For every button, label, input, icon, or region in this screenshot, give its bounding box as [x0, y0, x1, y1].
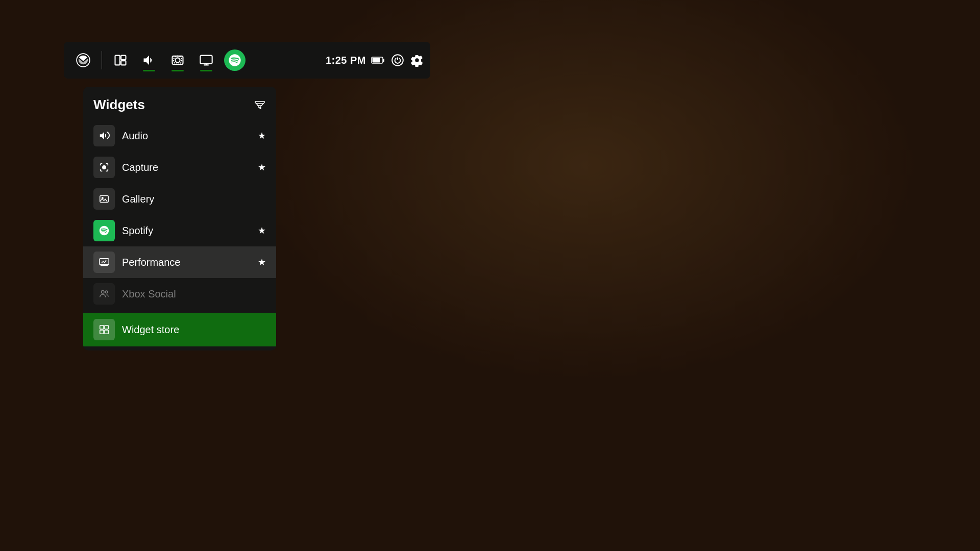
spotify-nav-icon — [228, 53, 242, 67]
widget-item-performance[interactable]: Performance ★ — [83, 246, 276, 278]
svg-rect-18 — [100, 259, 109, 265]
capture-icon-wrap — [93, 157, 115, 178]
widget-store-icon-wrap — [93, 319, 115, 340]
svg-rect-10 — [373, 58, 380, 63]
audio-nav-icon — [142, 53, 156, 67]
gallery-icon — [99, 193, 110, 205]
xbox-social-icon — [99, 288, 110, 299]
spotify-label: Spotify — [122, 225, 258, 237]
audio-icon — [99, 130, 110, 141]
svg-point-17 — [102, 197, 103, 199]
performance-label: Performance — [122, 257, 258, 268]
widgets-list: Audio ★ Capture ★ Gallery — [83, 120, 276, 310]
svg-rect-21 — [100, 325, 104, 329]
svg-rect-22 — [105, 325, 108, 329]
time-status-section: 1:25 PM — [326, 53, 424, 67]
audio-star[interactable]: ★ — [258, 130, 266, 141]
performance-icon-wrap — [93, 252, 115, 273]
svg-point-15 — [103, 166, 106, 169]
spotify-star[interactable]: ★ — [258, 225, 266, 236]
top-navigation-bar: 1:25 PM — [64, 42, 430, 79]
spotify-nav-button[interactable] — [222, 47, 248, 73]
tv-icon — [199, 53, 213, 67]
audio-icon-wrap — [93, 125, 115, 146]
svg-point-4 — [175, 58, 180, 62]
battery-status — [371, 53, 385, 67]
widgets-panel: Widgets Audio ★ — [83, 87, 276, 350]
capture-nav-icon — [170, 53, 185, 67]
nav-divider — [102, 51, 102, 69]
widget-item-gallery[interactable]: Gallery — [83, 183, 276, 215]
xbox-logo-button[interactable] — [70, 47, 96, 73]
gallery-icon-wrap — [93, 188, 115, 210]
tv-nav-button[interactable] — [193, 47, 219, 73]
widget-store-item[interactable]: Widget store — [83, 313, 276, 346]
filter-icon — [254, 99, 266, 111]
spotify-circle — [224, 49, 246, 71]
widget-item-audio[interactable]: Audio ★ — [83, 120, 276, 152]
capture-icon — [99, 162, 110, 173]
svg-rect-24 — [105, 330, 108, 334]
performance-icon — [99, 257, 110, 268]
svg-rect-3 — [121, 61, 126, 65]
tv-nav-indicator — [200, 70, 212, 71]
spotify-icon-wrap — [93, 220, 115, 241]
capture-label: Capture — [122, 162, 258, 173]
snap-button[interactable] — [107, 47, 134, 73]
gallery-label: Gallery — [122, 193, 266, 205]
filter-button[interactable] — [254, 99, 266, 111]
audio-label: Audio — [122, 130, 258, 142]
widget-store-icon — [99, 324, 110, 335]
performance-star[interactable]: ★ — [258, 257, 266, 268]
svg-rect-23 — [100, 330, 104, 334]
audio-nav-indicator — [143, 70, 155, 71]
power-icon — [391, 54, 404, 67]
xbox-social-label: Xbox Social — [122, 288, 266, 300]
widget-item-spotify[interactable]: Spotify ★ — [83, 215, 276, 246]
svg-rect-9 — [383, 59, 384, 62]
widgets-title: Widgets — [93, 97, 145, 113]
capture-star[interactable]: ★ — [258, 162, 266, 173]
xbox-social-icon-wrap — [93, 283, 115, 305]
battery-icon — [371, 56, 385, 64]
svg-rect-7 — [200, 56, 212, 64]
capture-nav-indicator — [172, 70, 184, 71]
snap-icon — [113, 53, 128, 67]
clock-display: 1:25 PM — [326, 55, 366, 66]
gear-icon — [410, 54, 424, 67]
settings-button[interactable] — [410, 53, 424, 67]
svg-rect-1 — [115, 56, 120, 65]
capture-nav-button[interactable] — [164, 47, 191, 73]
widget-item-xbox-social[interactable]: Xbox Social — [83, 278, 276, 310]
svg-rect-2 — [121, 56, 126, 60]
widget-store-label: Widget store — [122, 324, 179, 336]
widgets-header: Widgets — [83, 87, 276, 120]
xbox-logo-icon — [76, 53, 90, 67]
audio-nav-button[interactable] — [136, 47, 162, 73]
spotify-icon — [99, 225, 110, 236]
svg-point-19 — [102, 291, 105, 294]
power-status — [390, 53, 405, 67]
svg-point-20 — [105, 291, 108, 293]
widget-item-capture[interactable]: Capture ★ — [83, 152, 276, 183]
